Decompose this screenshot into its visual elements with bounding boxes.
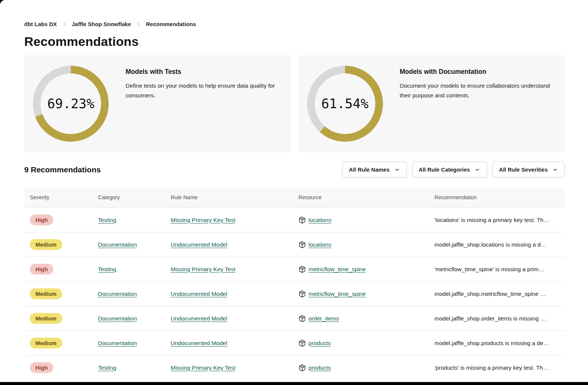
table-header-row: Severity Category Rule Name Resource Rec… xyxy=(24,187,565,207)
package-icon xyxy=(298,290,306,298)
category-link[interactable]: Documentation xyxy=(98,241,137,248)
resource-link[interactable]: products xyxy=(309,364,331,371)
recommendation-text: 'locations' is missing a primary key tes… xyxy=(434,217,565,223)
recommendations-count: 9 Recommendations xyxy=(24,165,101,174)
filter-rule-severities[interactable]: All Rule Severities xyxy=(492,162,565,178)
resource-link[interactable]: locations xyxy=(309,241,331,248)
resource-link[interactable]: order_items xyxy=(309,315,339,322)
severity-badge: Medium xyxy=(30,239,62,250)
page: dbt Labs DX Jaffle Shop Snowflake Recomm… xyxy=(0,0,588,382)
resource-link[interactable]: metricflow_time_spine xyxy=(309,266,366,273)
filter-label: All Rule Severities xyxy=(499,166,548,173)
card-description: Document your models to ensure collabora… xyxy=(400,81,556,100)
table-row: High Testing Missing Primary Key Test pr… xyxy=(24,355,565,380)
column-header-severity: Severity xyxy=(30,194,98,200)
table-row: Medium Documentation Undocumented Model … xyxy=(24,232,565,257)
package-icon xyxy=(298,216,306,224)
severity-badge: Medium xyxy=(30,338,62,348)
package-icon xyxy=(298,339,306,347)
chevron-right-icon xyxy=(62,22,67,27)
table-body: High Testing Missing Primary Key Test lo… xyxy=(24,207,565,380)
rule-name-link[interactable]: Undocumented Model xyxy=(171,291,227,297)
tests-donut-chart: 69.23% xyxy=(31,64,111,144)
filter-rule-names[interactable]: All Rule Names xyxy=(342,162,407,178)
column-header-resource: Resource xyxy=(298,194,434,200)
rule-name-link[interactable]: Missing Primary Key Test xyxy=(171,217,235,223)
category-link[interactable]: Testing xyxy=(98,266,116,272)
resource-link[interactable]: locations xyxy=(309,217,331,223)
chevron-down-icon xyxy=(474,167,480,173)
breadcrumb-item-account[interactable]: dbt Labs DX xyxy=(24,21,57,27)
models-with-documentation-card: 61.54% Models with Documentation Documen… xyxy=(298,55,565,152)
severity-badge: High xyxy=(30,362,53,373)
resource-link[interactable]: metricflow_time_spine xyxy=(309,291,366,297)
rule-name-link[interactable]: Missing Primary Key Test xyxy=(171,364,235,371)
documentation-donut-value: 61.54% xyxy=(305,64,385,144)
chevron-down-icon xyxy=(552,167,558,173)
card-description: Define tests on your models to help ensu… xyxy=(126,81,282,100)
recommendations-table: Severity Category Rule Name Resource Rec… xyxy=(24,187,565,380)
severity-badge: High xyxy=(30,264,53,275)
chevron-down-icon xyxy=(394,167,400,173)
recommendation-text: model.jaffle_shop.locations is missing a… xyxy=(434,241,565,248)
recommendation-text: model.jaffle_shop.metricflow_time_spine … xyxy=(434,291,565,297)
chevron-right-icon xyxy=(136,22,141,27)
breadcrumb-item-current: Recommendations xyxy=(146,21,196,27)
package-icon xyxy=(298,266,306,273)
summary-cards: 69.23% Models with Tests Define tests on… xyxy=(24,55,565,152)
filter-bar: All Rule Names All Rule Categories All R… xyxy=(342,162,565,178)
column-header-recommendation: Recommendation xyxy=(434,194,565,200)
recommendation-text: 'products' is missing a primary key test… xyxy=(434,364,565,371)
resource-link[interactable]: products xyxy=(309,340,331,347)
models-with-tests-card: 69.23% Models with Tests Define tests on… xyxy=(24,55,291,152)
table-row: High Testing Missing Primary Key Test me… xyxy=(24,257,565,281)
severity-badge: Medium xyxy=(30,313,62,324)
table-row: High Testing Missing Primary Key Test lo… xyxy=(24,207,565,232)
table-row: Medium Documentation Undocumented Model … xyxy=(24,306,565,331)
package-icon xyxy=(298,241,306,248)
documentation-donut-chart: 61.54% xyxy=(305,64,385,144)
table-row: Medium Documentation Undocumented Model … xyxy=(24,331,565,355)
category-link[interactable]: Testing xyxy=(98,364,116,371)
breadcrumb-item-project[interactable]: Jaffle Shop Snowflake xyxy=(72,21,131,27)
filter-rule-categories[interactable]: All Rule Categories xyxy=(412,162,487,178)
filter-label: All Rule Names xyxy=(349,166,389,173)
recommendation-text: 'metricflow_time_spine' is missing a pri… xyxy=(434,266,565,273)
package-icon xyxy=(298,364,306,372)
column-header-rule-name: Rule Name xyxy=(171,194,298,200)
severity-badge: Medium xyxy=(30,288,62,299)
category-link[interactable]: Documentation xyxy=(98,291,137,297)
column-header-category: Category xyxy=(98,194,171,200)
category-link[interactable]: Testing xyxy=(98,217,116,223)
card-title: Models with Tests xyxy=(126,68,282,76)
category-link[interactable]: Documentation xyxy=(98,315,137,322)
page-title: Recommendations xyxy=(24,34,565,49)
recommendation-text: model.jaffle_shop.products is missing a … xyxy=(434,340,565,347)
tests-donut-value: 69.23% xyxy=(31,64,111,144)
severity-badge: High xyxy=(30,215,53,225)
rule-name-link[interactable]: Undocumented Model xyxy=(171,315,227,322)
breadcrumb: dbt Labs DX Jaffle Shop Snowflake Recomm… xyxy=(24,21,565,27)
rule-name-link[interactable]: Undocumented Model xyxy=(171,340,227,346)
category-link[interactable]: Documentation xyxy=(98,340,137,346)
rule-name-link[interactable]: Missing Primary Key Test xyxy=(171,266,235,272)
recommendation-text: model.jaffle_shop.order_items is missing… xyxy=(434,315,565,322)
package-icon xyxy=(298,315,306,322)
filter-label: All Rule Categories xyxy=(419,166,470,173)
rule-name-link[interactable]: Undocumented Model xyxy=(171,241,227,248)
table-row: Medium Documentation Undocumented Model … xyxy=(24,281,565,306)
card-title: Models with Documentation xyxy=(400,68,556,76)
